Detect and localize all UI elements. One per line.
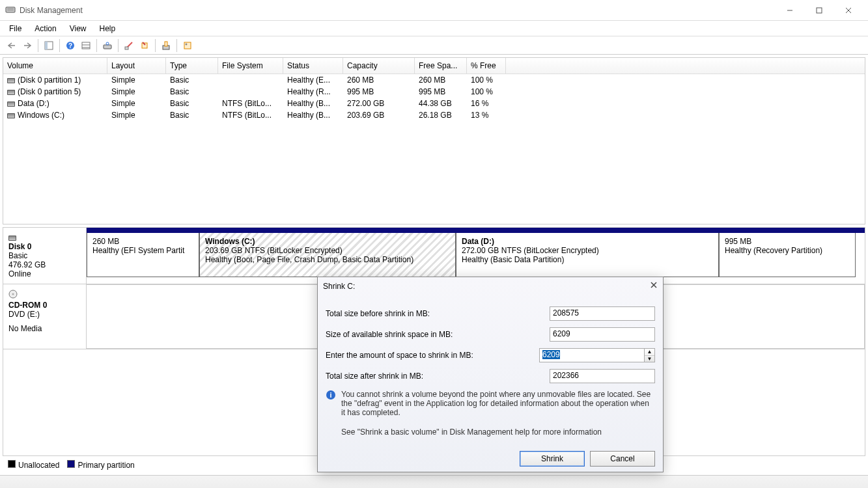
svg-rect-9 [104,45,111,49]
separator [176,39,177,52]
svg-point-18 [12,293,14,295]
minimize-button[interactable] [775,1,804,20]
legend-unallocated: Unallocated [18,461,59,470]
total-before-label: Total size before shrink in MB: [326,309,550,318]
menu-help[interactable]: Help [93,21,122,36]
disk-state-label: Online [8,269,81,278]
shrink-amount-spinner[interactable]: ▲▼ [645,348,655,362]
svg-point-10 [106,42,109,45]
volume-row[interactable]: Windows (C:)SimpleBasicNTFS (BitLo...Hea… [3,109,865,121]
disk-stripe-header [87,228,865,233]
shrink-help-link: See "Shrink a basic volume" in Disk Mana… [341,427,602,437]
dialog-title: Shrink C: [323,282,650,291]
total-after-label: Total size after shrink in MB: [326,372,550,381]
col-layout[interactable]: Layout [107,58,166,74]
separator [59,39,60,52]
separator [96,39,97,52]
help-icon[interactable]: ? [63,38,78,53]
close-button[interactable] [833,1,863,20]
available-space-value: 6209 [550,327,655,342]
menubar: File Action View Help [0,21,868,36]
statusbar [0,475,868,488]
spinner-down-icon[interactable]: ▼ [645,356,654,362]
maximize-button[interactable] [804,1,833,20]
svg-rect-3 [817,8,822,13]
separator [118,39,119,52]
window-title: Disk Management [20,6,775,15]
col-freespace[interactable]: Free Spa... [415,58,467,74]
forward-button[interactable] [20,38,35,53]
shrink-amount-input[interactable]: 6209 [539,348,645,362]
menu-view[interactable]: View [63,21,93,36]
svg-rect-2 [7,10,14,10]
back-button[interactable] [4,38,20,53]
toolbar: ? [0,36,868,55]
action-icon-1[interactable] [121,38,137,53]
svg-text:i: i [329,391,331,399]
info-icon: i [326,390,336,417]
col-pctfree[interactable]: % Free [467,58,506,74]
svg-rect-15 [184,42,191,49]
shrink-dialog: Shrink C: Total size before shrink in MB… [317,277,664,472]
legend-primary: Primary partition [77,461,134,470]
separator [155,39,156,52]
svg-rect-14 [165,42,167,46]
svg-point-16 [186,43,188,45]
available-space-label: Size of available shrink space in MB: [326,330,550,339]
swatch-unallocated [8,460,16,468]
svg-text:?: ? [68,42,72,49]
disk-partition[interactable]: 995 MBHealthy (Recovery Partition) [719,233,856,277]
disk-type-label: Basic [8,251,81,260]
cancel-button[interactable]: Cancel [590,451,655,467]
svg-rect-11 [125,47,128,49]
app-icon [5,4,16,16]
properties-icon[interactable] [180,38,195,53]
titlebar: Disk Management [0,0,868,21]
action-icon-3[interactable] [158,38,174,53]
cdrom-0-info[interactable]: CD-ROM 0 DVD (E:) No Media [3,284,87,349]
shrink-button[interactable]: Shrink [520,451,585,467]
dialog-close-button[interactable] [650,281,658,291]
action-icon-2[interactable] [137,38,152,53]
cdrom-type-label: DVD (E:) [8,310,81,319]
disk-partition[interactable]: 260 MBHealthy (EFI System Partit [87,233,199,277]
col-type[interactable]: Type [166,58,218,74]
disk-icon [8,236,16,241]
col-filesystem[interactable]: File System [218,58,283,74]
disk-0-info[interactable]: Disk 0 Basic 476.92 GB Online [3,228,87,284]
volume-row[interactable]: Data (D:)SimpleBasicNTFS (BitLo...Health… [3,98,865,109]
svg-rect-5 [45,42,48,49]
shrink-amount-label: Enter the amount of space to shrink in M… [326,351,539,360]
disk-partition[interactable]: Windows (C:)203.69 GB NTFS (BitLocker En… [199,233,456,277]
volume-row[interactable]: (Disk 0 partition 1)SimpleBasicHealthy (… [3,74,865,86]
cdrom-icon [8,291,18,301]
col-capacity[interactable]: Capacity [343,58,415,74]
refresh-icon[interactable] [100,38,115,53]
menu-action[interactable]: Action [28,21,63,36]
col-spacer [506,58,865,74]
total-before-value: 208575 [550,306,655,321]
col-volume[interactable]: Volume [3,58,107,74]
volume-row[interactable]: (Disk 0 partition 5)SimpleBasicHealthy (… [3,86,865,98]
separator [38,39,38,52]
swatch-primary [67,460,75,468]
disk-partition[interactable]: Data (D:)272.00 GB NTFS (BitLocker Encry… [456,233,719,277]
cdrom-state-label: No Media [8,324,81,333]
menu-file[interactable]: File [3,21,28,36]
show-hide-icon[interactable] [41,38,57,53]
svg-rect-1 [7,8,14,9]
shrink-notice: You cannot shrink a volume beyond the po… [341,390,655,417]
view-list-icon[interactable] [78,38,94,53]
disk-size-label: 476.92 GB [8,260,81,269]
spinner-up-icon[interactable]: ▲ [645,349,654,356]
col-status[interactable]: Status [283,58,343,74]
total-after-value: 202366 [550,369,655,383]
volume-list: Volume Layout Type File System Status Ca… [3,57,865,224]
